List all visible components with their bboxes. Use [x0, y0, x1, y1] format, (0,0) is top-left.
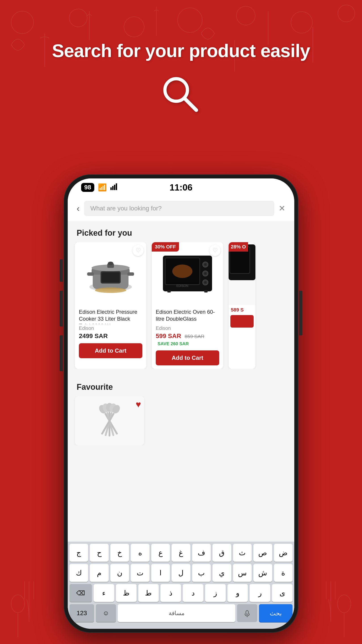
key-خ[interactable]: خ [110, 544, 129, 562]
product-info-2: Edison Electric Oven 60-litre DoubleGlas… [152, 305, 223, 369]
original-price-2: 859 SAR [185, 334, 204, 339]
key-ي[interactable]: ي [213, 564, 231, 582]
key-د[interactable]: د [183, 584, 203, 602]
add-to-cart-button-2[interactable]: Add to Cart [156, 350, 219, 366]
key-ى[interactable]: ى [272, 584, 293, 602]
key-ء[interactable]: ء [94, 584, 114, 602]
key-ق[interactable]: ق [213, 544, 231, 562]
search-bar-area: ‹ What are you looking for? ✕ [68, 196, 294, 222]
spoons-image [83, 401, 136, 441]
save-text-2: SAVE 260 SAR [158, 341, 189, 346]
search-key[interactable]: بحث [259, 604, 293, 622]
key-ظ[interactable]: ظ [116, 584, 137, 602]
key-ض[interactable]: ض [274, 544, 293, 562]
status-left: 98 📶 [81, 183, 118, 192]
product-info-1: Edison Electric Pressure Cooker 33 Liter… [75, 305, 146, 362]
key-ك[interactable]: ك [69, 564, 88, 582]
pressure-cooker-image [86, 251, 135, 296]
fav-card-1: ♥ [75, 396, 144, 446]
wifi-icon: 📶 [98, 183, 107, 192]
key-ر[interactable]: ر [250, 584, 270, 602]
add-to-cart-button-1[interactable]: Add to Cart [79, 343, 142, 358]
search-input[interactable]: What are you looking for? [84, 201, 274, 216]
products-row: ♡ Edison Electric Pressure Cooker 33 Lit… [68, 242, 294, 369]
svg-rect-40 [204, 290, 208, 292]
wishlist-button-1[interactable]: ♡ [132, 245, 144, 256]
sale-price-2: 599 SAR [156, 332, 181, 340]
key-ا[interactable]: ا [151, 564, 170, 582]
status-bar: 98 📶 11:06 [68, 178, 294, 196]
product-brand-2: Edison [156, 325, 219, 331]
favourite-title: Favourite [68, 376, 294, 396]
back-button[interactable]: ‹ [77, 204, 79, 214]
key-غ[interactable]: غ [172, 544, 190, 562]
key-ت[interactable]: ت [131, 564, 149, 582]
svg-point-37 [204, 281, 206, 284]
svg-point-0 [11, 11, 33, 34]
svg-point-3 [178, 8, 202, 32]
svg-line-12 [184, 98, 196, 110]
key-ج[interactable]: ج [69, 544, 88, 562]
key-ذ[interactable]: ذ [160, 584, 181, 602]
svg-rect-26 [102, 272, 120, 282]
partial-add-btn-3[interactable] [230, 315, 254, 328]
phone-screen: 98 📶 11:06 ‹ What are you [68, 178, 294, 629]
svg-rect-39 [167, 290, 171, 292]
power-button [299, 291, 302, 336]
key-س[interactable]: س [233, 564, 252, 582]
oven-image: EDISON [161, 253, 214, 294]
backspace-key[interactable]: ⌫ [69, 584, 92, 602]
space-key[interactable]: مسافة [118, 604, 235, 622]
svg-point-35 [204, 272, 206, 274]
favourite-section: Favourite [68, 376, 294, 446]
key-ط[interactable]: ط [138, 584, 159, 602]
svg-point-7 [11, 595, 24, 613]
svg-point-5 [291, 12, 312, 33]
svg-text:EDISON: EDISON [176, 284, 188, 288]
picked-for-you-section: Picked for you [68, 222, 294, 369]
key-ز[interactable]: ز [205, 584, 226, 602]
arabic-keyboard: ج ح خ ه ع غ ف ق ث ص ض ك م ن ت [68, 542, 294, 629]
product-price-2: 599 SAR 859 SAR SAVE 260 SAR [156, 332, 219, 347]
partial-price-3: 589 S [229, 305, 255, 315]
key-ح[interactable]: ح [90, 544, 108, 562]
wishlist-button-2[interactable]: ♡ [209, 245, 221, 256]
clear-search-button[interactable]: ✕ [279, 204, 285, 213]
volume-down-button [60, 336, 63, 371]
status-time: 11:06 [170, 182, 192, 192]
product-image-2: 30% OFF [152, 242, 223, 305]
product-card-3-partial: 28% O 589 S [229, 242, 255, 369]
product-name-1: Edison Electric Pressure Cooker 33 Liter… [79, 308, 142, 324]
key-ص[interactable]: ص [253, 544, 272, 562]
product-card-1: ♡ Edison Electric Pressure Cooker 33 Lit… [75, 242, 146, 369]
svg-point-33 [204, 264, 206, 266]
svg-point-1 [69, 9, 87, 27]
wishlist-heart-active[interactable]: ♥ [136, 399, 141, 410]
key-ف[interactable]: ف [192, 544, 211, 562]
battery-indicator: 98 [81, 183, 94, 192]
svg-point-31 [172, 264, 192, 278]
key-ه[interactable]: ه [131, 544, 149, 562]
key-ع[interactable]: ع [151, 544, 170, 562]
keyboard-row-3: ⌫ ء ظ ط ذ د ز و ر ى [69, 584, 293, 602]
key-و[interactable]: و [228, 584, 248, 602]
key-ب[interactable]: ب [192, 564, 211, 582]
svg-point-27 [95, 288, 126, 293]
emoji-key[interactable]: ☺ [96, 604, 116, 622]
keyboard-row-2: ك م ن ت ا ل ب ي س ش ة [69, 564, 293, 582]
key-ش[interactable]: ش [253, 564, 272, 582]
volume-up-button [60, 291, 63, 326]
numbers-key[interactable]: 123 [69, 604, 94, 622]
product-card-2: 30% OFF [152, 242, 223, 369]
key-ل[interactable]: ل [172, 564, 190, 582]
microphone-key[interactable] [237, 604, 257, 622]
svg-point-9 [338, 595, 351, 613]
picked-for-you-title: Picked for you [68, 222, 294, 242]
key-ة[interactable]: ة [274, 564, 293, 582]
svg-rect-15 [114, 185, 115, 190]
key-م[interactable]: م [90, 564, 108, 582]
keyboard-row-4: 123 ☺ مسافة بحث [69, 604, 293, 622]
svg-rect-14 [112, 186, 113, 190]
key-ن[interactable]: ن [110, 564, 129, 582]
key-ث[interactable]: ث [233, 544, 252, 562]
